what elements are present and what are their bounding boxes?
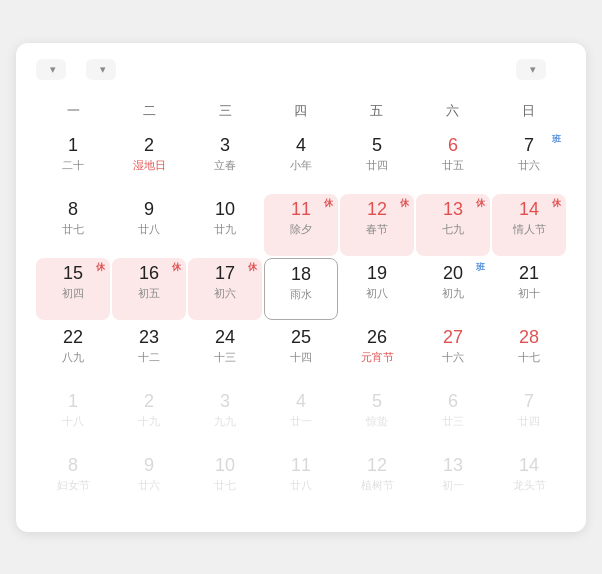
day-sublabel: 廿四 xyxy=(366,158,388,173)
day-sublabel: 湿地日 xyxy=(133,158,166,173)
weekdays-row: 一二三四五六日 xyxy=(36,96,566,126)
day-cell[interactable]: 1二十 xyxy=(36,130,110,192)
day-badge: 休 xyxy=(552,197,561,210)
day-sublabel: 雨水 xyxy=(290,287,312,302)
day-number: 11 xyxy=(291,199,311,221)
day-cell[interactable]: 18雨水 xyxy=(264,258,338,320)
day-sublabel: 初四 xyxy=(62,286,84,301)
day-sublabel: 除夕 xyxy=(290,222,312,237)
day-sublabel: 初一 xyxy=(442,478,464,493)
day-cell[interactable]: 3立春 xyxy=(188,130,262,192)
day-sublabel: 情人节 xyxy=(513,222,546,237)
day-cell[interactable]: 班20初九 xyxy=(416,258,490,320)
day-cell[interactable]: 休14情人节 xyxy=(492,194,566,256)
day-badge: 休 xyxy=(172,261,181,274)
day-sublabel: 小年 xyxy=(290,158,312,173)
day-cell[interactable]: 休11除夕 xyxy=(264,194,338,256)
day-cell[interactable]: 14龙头节 xyxy=(492,450,566,512)
day-cell[interactable]: 23十二 xyxy=(112,322,186,384)
year-select[interactable]: ▾ xyxy=(36,59,66,80)
day-sublabel: 惊蛰 xyxy=(366,414,388,429)
day-cell[interactable]: 22八九 xyxy=(36,322,110,384)
day-cell[interactable]: 11廿八 xyxy=(264,450,338,512)
day-cell[interactable]: 休15初四 xyxy=(36,258,110,320)
day-cell[interactable]: 5廿四 xyxy=(340,130,414,192)
day-sublabel: 初九 xyxy=(442,286,464,301)
weekday-label: 四 xyxy=(263,96,339,126)
day-cell[interactable]: 休17初六 xyxy=(188,258,262,320)
day-number: 3 xyxy=(220,135,230,157)
day-cell[interactable]: 班7廿六 xyxy=(492,130,566,192)
day-number: 7 xyxy=(524,391,534,413)
day-cell[interactable]: 9廿六 xyxy=(112,450,186,512)
day-cell[interactable]: 8廿七 xyxy=(36,194,110,256)
day-number: 14 xyxy=(519,455,539,477)
day-number: 15 xyxy=(63,263,83,285)
day-cell[interactable]: 10廿七 xyxy=(188,450,262,512)
day-sublabel: 初五 xyxy=(138,286,160,301)
day-cell[interactable]: 25十四 xyxy=(264,322,338,384)
day-sublabel: 九九 xyxy=(214,414,236,429)
day-cell[interactable]: 7廿四 xyxy=(492,386,566,448)
day-number: 4 xyxy=(296,391,306,413)
day-cell[interactable]: 休12春节 xyxy=(340,194,414,256)
day-badge: 休 xyxy=(248,261,257,274)
holiday-select[interactable]: ▾ xyxy=(516,59,546,80)
day-cell[interactable]: 5惊蛰 xyxy=(340,386,414,448)
day-sublabel: 龙头节 xyxy=(513,478,546,493)
day-number: 13 xyxy=(443,455,463,477)
day-cell[interactable]: 12植树节 xyxy=(340,450,414,512)
month-select[interactable]: ▾ xyxy=(86,59,116,80)
day-cell[interactable]: 2十九 xyxy=(112,386,186,448)
back-today-btn[interactable] xyxy=(550,65,566,73)
day-sublabel: 廿九 xyxy=(214,222,236,237)
day-cell[interactable]: 休13七九 xyxy=(416,194,490,256)
next-month-btn[interactable] xyxy=(120,65,132,73)
day-cell[interactable]: 3九九 xyxy=(188,386,262,448)
day-cell[interactable]: 27十六 xyxy=(416,322,490,384)
day-cell[interactable]: 9廿八 xyxy=(112,194,186,256)
day-number: 12 xyxy=(367,199,387,221)
weekday-label: 日 xyxy=(490,96,566,126)
calendar-container: ▾ ▾ ▾ 一二三四五六日 1二十2湿地日3立春4小年5廿四6廿五班7廿六8廿七… xyxy=(16,43,586,532)
day-number: 1 xyxy=(68,391,78,413)
day-number: 12 xyxy=(367,455,387,477)
day-cell[interactable]: 2湿地日 xyxy=(112,130,186,192)
day-cell[interactable]: 8妇女节 xyxy=(36,450,110,512)
day-sublabel: 十三 xyxy=(214,350,236,365)
day-cell[interactable]: 6廿三 xyxy=(416,386,490,448)
day-cell[interactable]: 26元宵节 xyxy=(340,322,414,384)
day-number: 16 xyxy=(139,263,159,285)
day-cell[interactable]: 19初八 xyxy=(340,258,414,320)
day-sublabel: 十七 xyxy=(518,350,540,365)
day-sublabel: 廿六 xyxy=(138,478,160,493)
day-badge: 班 xyxy=(552,133,561,146)
day-number: 2 xyxy=(144,135,154,157)
month-chevron: ▾ xyxy=(100,63,106,76)
prev-month-btn[interactable] xyxy=(70,65,82,73)
day-cell[interactable]: 6廿五 xyxy=(416,130,490,192)
day-cell[interactable]: 4廿一 xyxy=(264,386,338,448)
day-cell[interactable]: 13初一 xyxy=(416,450,490,512)
day-sublabel: 十四 xyxy=(290,350,312,365)
day-cell[interactable]: 4小年 xyxy=(264,130,338,192)
day-badge: 休 xyxy=(324,197,333,210)
day-badge: 休 xyxy=(96,261,105,274)
day-badge: 班 xyxy=(476,261,485,274)
day-cell[interactable]: 28十七 xyxy=(492,322,566,384)
weekday-label: 二 xyxy=(112,96,188,126)
day-number: 25 xyxy=(291,327,311,349)
weekday-label: 三 xyxy=(187,96,263,126)
day-sublabel: 七九 xyxy=(442,222,464,237)
day-number: 28 xyxy=(519,327,539,349)
holiday-section: ▾ xyxy=(516,59,566,80)
day-cell[interactable]: 24十三 xyxy=(188,322,262,384)
day-number: 2 xyxy=(144,391,154,413)
day-sublabel: 十九 xyxy=(138,414,160,429)
header-left: ▾ ▾ xyxy=(36,59,132,80)
day-cell[interactable]: 休16初五 xyxy=(112,258,186,320)
day-cell[interactable]: 1十八 xyxy=(36,386,110,448)
day-cell[interactable]: 21初十 xyxy=(492,258,566,320)
day-sublabel: 妇女节 xyxy=(57,478,90,493)
day-cell[interactable]: 10廿九 xyxy=(188,194,262,256)
